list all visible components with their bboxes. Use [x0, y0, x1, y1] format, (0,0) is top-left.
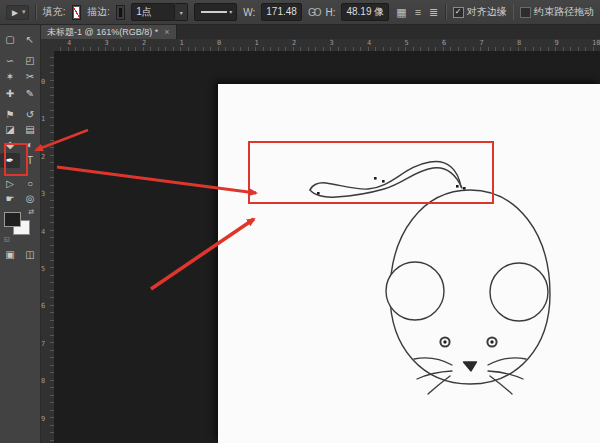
h-ruler-label: 0 — [217, 40, 221, 47]
clone-stamp-tool[interactable]: ⚑ — [0, 107, 20, 122]
path-operations-icon[interactable]: ▦ — [395, 6, 407, 19]
tool-row: ▢↖ — [0, 32, 40, 47]
path-arrangement-icon[interactable]: ≣ — [428, 6, 439, 19]
canvas[interactable] — [218, 84, 600, 443]
h-ruler-label: 4 — [367, 40, 371, 47]
vertical-ruler: 0123456789 — [40, 51, 55, 443]
h-ruler-label: 5 — [405, 40, 409, 47]
path-anchor-point — [463, 187, 466, 190]
current-tool-icon: ► — [10, 7, 20, 18]
path-anchor-point — [456, 185, 459, 188]
v-ruler-label: 1 — [41, 116, 45, 123]
constrain-path-option[interactable]: 约束路径拖动 — [520, 5, 594, 19]
lasso-tool[interactable]: ∽ — [0, 53, 20, 68]
magic-wand-tool[interactable]: ✶ — [0, 69, 20, 84]
swap-colors-icon[interactable]: ⇄ — [28, 208, 34, 215]
v-ruler-label: 7 — [41, 341, 45, 348]
close-icon[interactable]: × — [164, 27, 169, 37]
v-ruler-label: 8 — [41, 378, 45, 385]
align-edges-checkbox[interactable]: ✓ — [453, 7, 464, 18]
type-tool[interactable]: T — [20, 153, 40, 168]
align-edges-option[interactable]: ✓ 对齐边缘 — [453, 5, 507, 19]
options-bar: ► ▾ 填充: 描边: 1点 ▾ ▾ W: 171.48 GO H: 48.19… — [0, 0, 600, 25]
mouse-right-ear — [490, 263, 548, 321]
shape-width-input[interactable]: 171.48 — [261, 3, 302, 21]
gradient-tool[interactable]: ▤ — [20, 122, 40, 137]
chevron-down-icon: ▾ — [22, 8, 26, 16]
document-tab[interactable]: 未标题-1 @ 161%(RGB/8) * × — [40, 25, 177, 39]
foreground-color-swatch[interactable] — [4, 212, 21, 227]
document-tab-title: 未标题-1 @ 161%(RGB/8) * — [47, 26, 158, 39]
fill-label: 填充: — [43, 5, 66, 19]
fill-color-swatch[interactable] — [72, 5, 81, 20]
stroke-label: 描边: — [87, 5, 110, 19]
tool-row: ▣◫ — [0, 247, 40, 262]
tool-row: ◆◐ — [0, 137, 40, 152]
v-ruler-label: 6 — [41, 303, 45, 310]
quick-mask-button[interactable]: ▣ — [0, 247, 20, 262]
h-ruler-label: 4 — [67, 40, 71, 47]
h-ruler-label: 2 — [142, 40, 146, 47]
stroke-width-input[interactable]: 1点 — [131, 3, 175, 21]
history-brush-tool[interactable]: ↺ — [20, 107, 40, 122]
tool-preset-picker[interactable]: ► ▾ — [6, 5, 29, 20]
tool-row: ∽◰ — [0, 53, 40, 68]
divider — [513, 4, 514, 20]
default-colors-icon[interactable]: ◱ — [4, 236, 10, 242]
rectangular-marquee-tool[interactable]: ▢ — [0, 32, 20, 47]
constrain-path-checkbox[interactable] — [520, 7, 531, 18]
h-ruler-label: 8 — [517, 40, 521, 47]
tool-row: ✒T — [0, 153, 40, 168]
photoshop-window: ► ▾ 填充: 描边: 1点 ▾ ▾ W: 171.48 GO H: 48.19… — [0, 0, 600, 443]
hand-tool[interactable]: ☛ — [0, 191, 20, 206]
slice-tool[interactable]: ✂ — [20, 69, 40, 84]
document-tab-bar: 未标题-1 @ 161%(RGB/8) * × — [40, 25, 600, 40]
v-ruler-label: 0 — [41, 79, 45, 86]
divider — [35, 4, 36, 20]
stroke-type-dropdown[interactable]: ▾ — [194, 3, 237, 21]
path-alignment-icon[interactable]: ≡ — [414, 6, 422, 18]
align-edges-label: 对齐边缘 — [467, 5, 507, 19]
move-tool[interactable]: ↖ — [20, 32, 40, 47]
h-ruler-label: 2 — [292, 40, 296, 47]
dodge-tool[interactable]: ◐ — [20, 137, 40, 152]
mouse-tail-lower-edge — [310, 168, 462, 197]
stroke-width-dropdown[interactable]: ▾ — [175, 3, 188, 21]
width-label: W: — [243, 7, 255, 18]
h-ruler-label: 3 — [105, 40, 109, 47]
mouse-left-ear — [386, 262, 444, 320]
v-ruler-label: 4 — [41, 229, 45, 236]
path-selection-tool[interactable]: ▷ — [0, 176, 20, 191]
pasteboard — [54, 51, 600, 443]
v-ruler-label: 9 — [41, 416, 45, 423]
shape-tool[interactable]: ○ — [20, 176, 40, 191]
mouse-tail-upper-edge — [310, 162, 461, 190]
mouse-drawing — [218, 84, 600, 443]
height-label: H: — [325, 7, 335, 18]
v-ruler-label: 2 — [41, 154, 45, 161]
blur-tool[interactable]: ◆ — [0, 137, 20, 152]
shape-height-input[interactable]: 48.19 像 — [341, 3, 389, 21]
tool-row: ◪▤ — [0, 122, 40, 137]
tool-row: ⚑↺ — [0, 107, 40, 122]
h-ruler-label: 7 — [480, 40, 484, 47]
link-dimensions-icon[interactable]: GO — [308, 7, 320, 18]
h-ruler-label: 3 — [330, 40, 334, 47]
h-ruler-label: 6 — [442, 40, 446, 47]
eraser-tool[interactable]: ◪ — [0, 122, 20, 137]
path-anchor-point — [382, 180, 385, 183]
crop-tool[interactable]: ◰ — [20, 53, 40, 68]
brush-tool[interactable]: ✎ — [20, 86, 40, 101]
divider — [445, 4, 446, 20]
zoom-tool[interactable]: ◎ — [20, 191, 40, 206]
tool-row: ✚✎ — [0, 86, 40, 101]
path-anchor-point — [374, 177, 377, 180]
tool-row: ✶✂ — [0, 69, 40, 84]
screen-mode-button[interactable]: ◫ — [20, 247, 40, 262]
h-ruler-label: 9 — [555, 40, 559, 47]
stroke-color-swatch[interactable] — [116, 5, 125, 20]
tool-row: ☛◎ — [0, 191, 40, 206]
pen-tool[interactable]: ✒ — [0, 153, 20, 168]
constrain-path-label: 约束路径拖动 — [534, 5, 594, 19]
healing-brush-tool[interactable]: ✚ — [0, 86, 20, 101]
